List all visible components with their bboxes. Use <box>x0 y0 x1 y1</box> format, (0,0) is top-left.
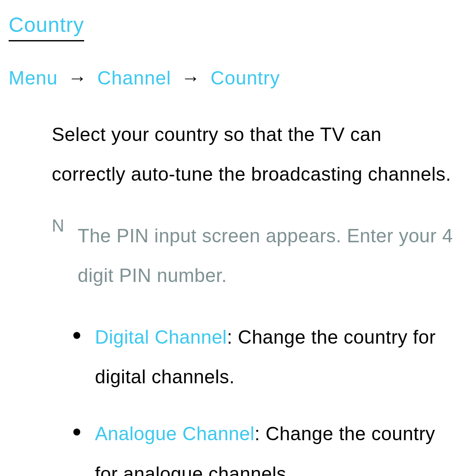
content-area: Select your country so that the TV can c… <box>9 115 457 476</box>
breadcrumb-menu: Menu <box>9 67 58 88</box>
arrow-right-icon: → <box>68 67 87 88</box>
breadcrumb-country: Country <box>211 67 280 88</box>
list-item: Digital Channel: Change the country for … <box>78 317 457 397</box>
arrow-right-icon: → <box>181 67 201 88</box>
options-list: Digital Channel: Change the country for … <box>52 317 457 476</box>
note-text: The PIN input screen appears. Enter your… <box>78 216 457 296</box>
breadcrumb: Menu → Channel → Country <box>9 67 457 89</box>
option-label-analogue: Analogue Channel <box>95 423 255 444</box>
list-item: Analogue Channel: Change the country for… <box>78 414 457 476</box>
option-label-digital: Digital Channel <box>95 326 227 348</box>
breadcrumb-channel: Channel <box>98 67 171 88</box>
note-marker-icon: N <box>52 216 78 296</box>
note-row: N The PIN input screen appears. Enter yo… <box>52 216 457 296</box>
page-title: Country <box>9 13 84 41</box>
intro-text: Select your country so that the TV can c… <box>52 115 457 194</box>
